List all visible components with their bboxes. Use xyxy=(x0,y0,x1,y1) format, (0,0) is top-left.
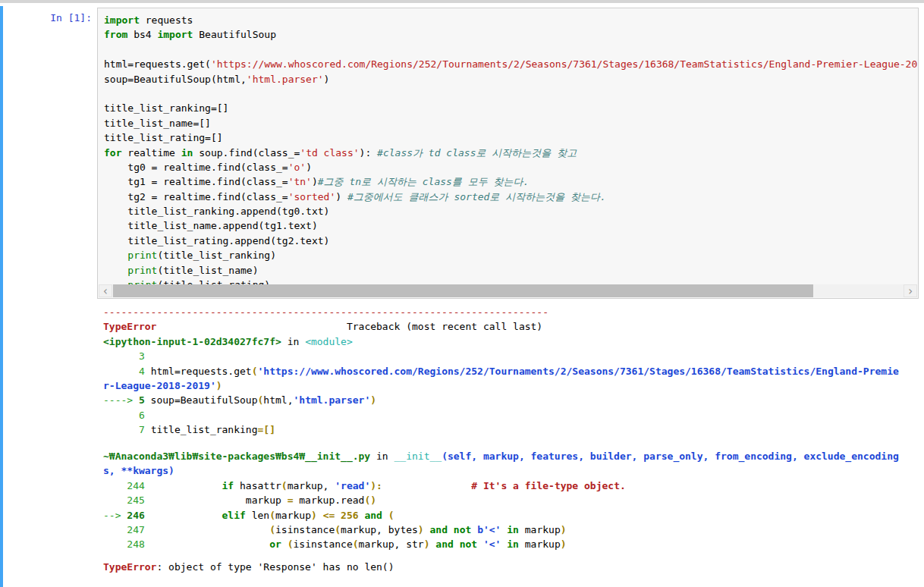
traceback-frame-module: ----------------------------------------… xyxy=(103,305,921,438)
chevron-right-icon: › xyxy=(907,284,913,298)
chevron-left-icon: ‹ xyxy=(102,284,108,298)
cell-prompt: In [1]: xyxy=(0,12,92,24)
scroll-left-button[interactable]: ‹ xyxy=(99,284,112,297)
cell-selection-indicator xyxy=(0,6,3,587)
scroll-thumb[interactable] xyxy=(113,284,813,297)
code-editor[interactable]: import requestsfrom bs4 import Beautiful… xyxy=(97,8,919,299)
scroll-right-button[interactable]: › xyxy=(904,284,917,297)
traceback-frame-bs4-init: ~₩Anaconda3₩lib₩site-packages₩bs4₩__init… xyxy=(103,449,921,552)
top-border xyxy=(0,0,924,3)
code-content[interactable]: import requestsfrom bs4 import Beautiful… xyxy=(98,8,918,292)
horizontal-scrollbar[interactable]: ‹ › xyxy=(99,284,917,297)
scroll-track[interactable] xyxy=(112,284,904,297)
traceback-error-message: TypeError: object of type 'Response' has… xyxy=(103,560,921,574)
